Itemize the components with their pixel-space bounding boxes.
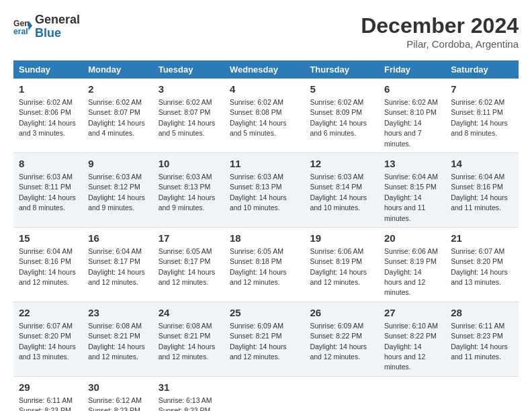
sunrise-info: Sunrise: 6:03 AM bbox=[88, 173, 142, 181]
sunrise-info: Sunrise: 6:09 AM bbox=[310, 322, 363, 330]
day-cell: 27 Sunrise: 6:10 AM Sunset: 8:22 PM Dayl… bbox=[379, 302, 445, 376]
day-number: 2 bbox=[88, 82, 148, 96]
daylight-info: Daylight: 14 hours and 5 minutes. bbox=[230, 119, 287, 137]
sunset-info: Sunset: 8:10 PM bbox=[384, 108, 437, 116]
logo-icon: Gen eral bbox=[13, 17, 32, 36]
day-cell: 8 Sunrise: 6:03 AM Sunset: 8:11 PM Dayli… bbox=[13, 152, 83, 227]
day-number: 29 bbox=[19, 380, 77, 394]
header-cell-monday: Monday bbox=[83, 60, 153, 79]
day-cell: 16 Sunrise: 6:04 AM Sunset: 8:17 PM Dayl… bbox=[83, 227, 153, 302]
daylight-info: Daylight: 14 hours and 12 minutes. bbox=[384, 342, 425, 371]
sunrise-info: Sunrise: 6:05 AM bbox=[159, 247, 212, 255]
week-row-5: 29 Sunrise: 6:11 AM Sunset: 8:23 PM Dayl… bbox=[13, 376, 519, 411]
day-number: 20 bbox=[384, 231, 440, 245]
sunrise-info: Sunrise: 6:08 AM bbox=[88, 322, 142, 330]
day-cell: 23 Sunrise: 6:08 AM Sunset: 8:21 PM Dayl… bbox=[83, 302, 153, 376]
sunset-info: Sunset: 8:13 PM bbox=[230, 183, 282, 191]
sunrise-info: Sunrise: 6:06 AM bbox=[384, 247, 438, 255]
sunrise-info: Sunrise: 6:07 AM bbox=[451, 247, 504, 255]
sunrise-info: Sunrise: 6:11 AM bbox=[451, 322, 504, 330]
day-cell: 20 Sunrise: 6:06 AM Sunset: 8:19 PM Dayl… bbox=[379, 227, 445, 302]
day-cell: 1 Sunrise: 6:02 AM Sunset: 8:06 PM Dayli… bbox=[13, 79, 83, 152]
header-cell-wednesday: Wednesday bbox=[224, 60, 304, 79]
day-cell bbox=[224, 376, 304, 411]
sunset-info: Sunset: 8:20 PM bbox=[451, 257, 503, 265]
day-number: 19 bbox=[310, 231, 373, 245]
day-number: 28 bbox=[451, 306, 513, 320]
sunrise-info: Sunrise: 6:02 AM bbox=[19, 98, 73, 106]
day-number: 25 bbox=[230, 306, 299, 320]
daylight-info: Daylight: 14 hours and 12 minutes. bbox=[384, 268, 425, 297]
sunrise-info: Sunrise: 6:02 AM bbox=[159, 98, 212, 106]
day-cell: 26 Sunrise: 6:09 AM Sunset: 8:22 PM Dayl… bbox=[304, 302, 379, 376]
day-cell: 5 Sunrise: 6:02 AM Sunset: 8:09 PM Dayli… bbox=[304, 79, 379, 152]
sunset-info: Sunset: 8:15 PM bbox=[384, 183, 437, 191]
day-number: 12 bbox=[310, 156, 373, 171]
day-cell: 22 Sunrise: 6:07 AM Sunset: 8:20 PM Dayl… bbox=[13, 302, 83, 376]
day-number: 18 bbox=[230, 231, 299, 245]
sunset-info: Sunset: 8:17 PM bbox=[88, 257, 140, 265]
daylight-info: Daylight: 14 hours and 12 minutes. bbox=[19, 268, 76, 286]
calendar-table: SundayMondayTuesdayWednesdayThursdayFrid… bbox=[13, 60, 519, 411]
daylight-info: Daylight: 14 hours and 12 minutes. bbox=[310, 342, 367, 361]
daylight-info: Daylight: 14 hours and 12 minutes. bbox=[88, 268, 145, 286]
daylight-info: Daylight: 14 hours and 7 minutes. bbox=[384, 119, 421, 148]
day-number: 9 bbox=[88, 156, 148, 171]
week-row-4: 22 Sunrise: 6:07 AM Sunset: 8:20 PM Dayl… bbox=[13, 302, 519, 376]
daylight-info: Daylight: 14 hours and 9 minutes. bbox=[159, 193, 216, 212]
day-cell: 4 Sunrise: 6:02 AM Sunset: 8:08 PM Dayli… bbox=[224, 79, 304, 152]
week-row-3: 15 Sunrise: 6:04 AM Sunset: 8:16 PM Dayl… bbox=[13, 227, 519, 302]
day-cell: 25 Sunrise: 6:09 AM Sunset: 8:21 PM Dayl… bbox=[224, 302, 304, 376]
day-cell: 30 Sunrise: 6:12 AM Sunset: 8:23 PM Dayl… bbox=[83, 376, 153, 411]
day-cell: 31 Sunrise: 6:13 AM Sunset: 8:23 PM Dayl… bbox=[153, 376, 224, 411]
daylight-info: Daylight: 14 hours and 12 minutes. bbox=[310, 268, 367, 286]
sunrise-info: Sunrise: 6:13 AM bbox=[159, 396, 212, 404]
sunset-info: Sunset: 8:20 PM bbox=[19, 332, 71, 340]
sunset-info: Sunset: 8:08 PM bbox=[230, 108, 282, 116]
sunset-info: Sunset: 8:23 PM bbox=[159, 406, 211, 411]
subtitle: Pilar, Cordoba, Argentina bbox=[361, 38, 519, 50]
day-number: 8 bbox=[19, 156, 77, 171]
sunrise-info: Sunrise: 6:03 AM bbox=[310, 173, 363, 181]
sunrise-info: Sunrise: 6:05 AM bbox=[230, 247, 283, 255]
day-cell: 12 Sunrise: 6:03 AM Sunset: 8:14 PM Dayl… bbox=[304, 152, 379, 227]
sunrise-info: Sunrise: 6:03 AM bbox=[19, 173, 73, 181]
daylight-info: Daylight: 14 hours and 3 minutes. bbox=[19, 119, 76, 137]
day-number: 1 bbox=[19, 82, 77, 96]
day-cell: 2 Sunrise: 6:02 AM Sunset: 8:07 PM Dayli… bbox=[83, 79, 153, 152]
day-cell: 18 Sunrise: 6:05 AM Sunset: 8:18 PM Dayl… bbox=[224, 227, 304, 302]
day-number: 4 bbox=[230, 82, 299, 96]
day-number: 11 bbox=[230, 156, 299, 171]
header-cell-sunday: Sunday bbox=[13, 60, 83, 79]
sunset-info: Sunset: 8:09 PM bbox=[310, 108, 362, 116]
sunrise-info: Sunrise: 6:02 AM bbox=[230, 98, 283, 106]
sunset-info: Sunset: 8:11 PM bbox=[19, 183, 71, 191]
daylight-info: Daylight: 14 hours and 12 minutes. bbox=[159, 342, 216, 361]
daylight-info: Daylight: 14 hours and 10 minutes. bbox=[230, 193, 287, 212]
sunrise-info: Sunrise: 6:10 AM bbox=[384, 322, 438, 330]
daylight-info: Daylight: 14 hours and 8 minutes. bbox=[19, 193, 76, 212]
day-number: 31 bbox=[159, 380, 219, 394]
daylight-info: Daylight: 14 hours and 12 minutes. bbox=[159, 268, 216, 286]
sunset-info: Sunset: 8:22 PM bbox=[384, 332, 437, 340]
daylight-info: Daylight: 14 hours and 12 minutes. bbox=[230, 342, 287, 361]
daylight-info: Daylight: 14 hours and 6 minutes. bbox=[310, 119, 367, 137]
day-number: 13 bbox=[384, 156, 440, 171]
svg-marker-2 bbox=[28, 20, 32, 30]
svg-text:eral: eral bbox=[13, 27, 28, 36]
sunset-info: Sunset: 8:14 PM bbox=[310, 183, 362, 191]
day-number: 10 bbox=[159, 156, 219, 171]
day-cell: 11 Sunrise: 6:03 AM Sunset: 8:13 PM Dayl… bbox=[224, 152, 304, 227]
day-number: 6 bbox=[384, 82, 440, 96]
day-number: 15 bbox=[19, 231, 77, 245]
day-cell: 14 Sunrise: 6:04 AM Sunset: 8:16 PM Dayl… bbox=[445, 152, 519, 227]
daylight-info: Daylight: 14 hours and 11 minutes. bbox=[384, 193, 425, 222]
sunrise-info: Sunrise: 6:02 AM bbox=[384, 98, 438, 106]
logo: Gen eral General Blue bbox=[13, 13, 80, 40]
day-number: 24 bbox=[159, 306, 219, 320]
sunrise-info: Sunrise: 6:02 AM bbox=[310, 98, 363, 106]
sunrise-info: Sunrise: 6:02 AM bbox=[451, 98, 504, 106]
sunset-info: Sunset: 8:21 PM bbox=[159, 332, 211, 340]
sunrise-info: Sunrise: 6:07 AM bbox=[19, 322, 73, 330]
day-number: 21 bbox=[451, 231, 513, 245]
